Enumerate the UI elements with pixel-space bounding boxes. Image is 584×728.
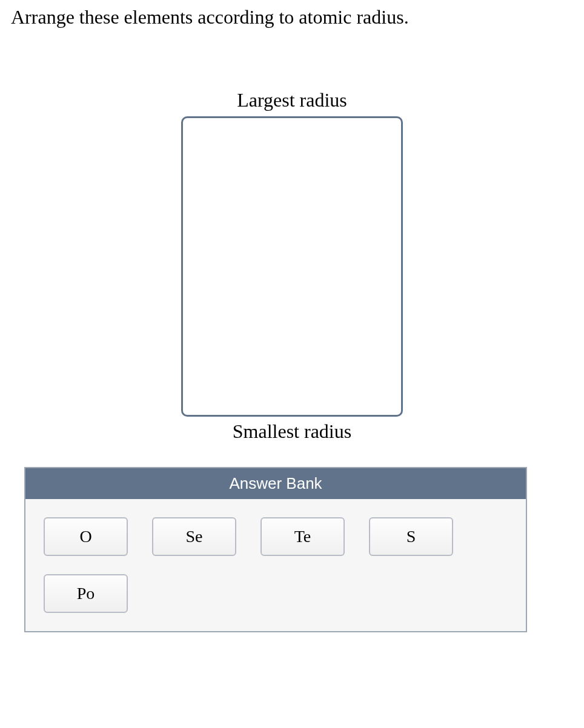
- bottom-label: Smallest radius: [0, 420, 584, 443]
- element-tile[interactable]: Se: [152, 517, 236, 556]
- element-tile[interactable]: O: [44, 517, 128, 556]
- top-label: Largest radius: [0, 89, 584, 111]
- answer-bank-body: O Se Te S Po: [25, 499, 526, 631]
- ranking-area: Largest radius Smallest radius: [0, 89, 584, 443]
- element-tile[interactable]: Te: [260, 517, 345, 556]
- element-tile[interactable]: Po: [44, 574, 128, 613]
- drop-zone[interactable]: [181, 116, 403, 417]
- element-tile[interactable]: S: [369, 517, 453, 556]
- answer-bank: Answer Bank O Se Te S Po: [24, 467, 527, 632]
- answer-bank-title: Answer Bank: [25, 468, 526, 499]
- question-text: Arrange these elements according to atom…: [11, 6, 584, 28]
